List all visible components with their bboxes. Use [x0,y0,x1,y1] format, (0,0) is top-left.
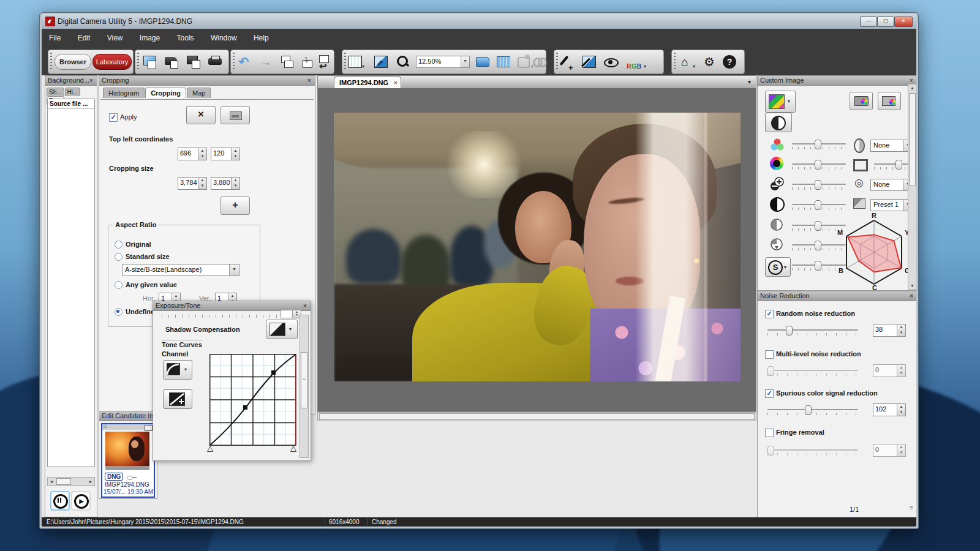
random-noise-slider[interactable] [767,326,858,337]
scrollbar-thumb[interactable]: ≡ [301,352,307,408]
crop-tool-button[interactable]: × [186,106,216,124]
noise-reduction-title[interactable]: Noise Reduction× [758,291,916,301]
close-icon[interactable]: × [908,77,915,84]
candidate-photo-thumbnail[interactable] [105,432,149,466]
spin-up-icon[interactable]: ▲ [201,149,205,152]
scrollbar-thumb[interactable] [56,478,71,485]
multi-level-noise-slider[interactable] [767,366,858,377]
link-tool-button[interactable] [531,53,549,70]
crop-preview-button[interactable] [221,106,250,124]
help-button[interactable]: ? [721,53,739,70]
spin-down-icon[interactable]: ▼ [295,313,298,317]
spinner-arrows[interactable]: ▲▼ [231,148,239,160]
print-button[interactable] [206,53,225,70]
scroll-up-icon[interactable]: ▲ [908,86,916,90]
zoom-out-button[interactable] [394,53,412,70]
aspect-undefined-radio[interactable] [115,308,123,316]
finish-dropdown[interactable]: None ▾ [870,140,913,152]
list-header[interactable]: Source file ... [48,99,94,109]
exposure-spinner-partial[interactable]: ▲▼ [281,310,301,318]
spinner-arrows[interactable]: ▲▼ [897,324,905,336]
undo-button[interactable]: ↶ [235,53,253,70]
channel-dropdown-button[interactable]: ▾ [163,360,192,380]
tone-curve-graph[interactable] [209,354,296,446]
pause-button[interactable] [50,491,70,511]
title-bar[interactable]: Digital Camera Utility 5 - IMGP1294.DNG … [42,14,916,29]
photo-image[interactable] [334,113,741,381]
menu-window[interactable]: Window [203,29,244,42]
zoom-level-combobox[interactable]: 12.50% ▾ [416,56,470,68]
aspect-standard-radio[interactable] [115,253,123,261]
spin-up-icon[interactable]: ▲ [900,445,903,449]
new-window-button[interactable] [140,53,159,70]
fit-to-window-button[interactable]: ⇗ [372,53,390,70]
tab-histogram-mini[interactable]: Hi... [65,88,81,96]
fringe-removal-checkbox[interactable] [765,429,774,437]
export-button[interactable]: ⌂▾ [676,53,694,70]
scroll-down-icon[interactable]: ▼ [908,283,916,288]
background-panel-title[interactable]: Background... × [45,76,97,86]
effect-dropdown[interactable]: None ▾ [870,179,913,191]
spurious-color-slider[interactable] [767,405,858,416]
spin-down-icon[interactable]: ▼ [900,451,903,454]
tone-pen-button[interactable] [580,53,598,70]
viewer-horizontal-scrollbar[interactable] [317,412,756,421]
play-button[interactable]: ▶ [71,491,91,511]
spin-up-icon[interactable]: ▲ [201,178,205,182]
spinner-arrows[interactable]: ▲▼ [897,404,905,416]
tab-shooting[interactable]: Sh... [47,88,64,96]
source-file-list[interactable]: Source file ... [47,99,95,467]
revert-settings-button[interactable]: ↩ [315,53,334,70]
whitebalance-eyedropper-button[interactable]: + [558,53,576,70]
center-crop-button[interactable]: + [221,197,250,215]
spurious-color-spinner[interactable]: 102 ▲▼ [873,403,906,416]
custom-image-mode-button[interactable]: ▾ [765,91,796,113]
open-folder-button[interactable] [162,53,181,70]
scroll-left-icon[interactable]: ◄ [48,479,55,484]
spin-down-icon[interactable]: ▼ [234,184,238,187]
spinner-arrows[interactable]: ▲▼ [231,178,239,189]
spin-up-icon[interactable]: ▲ [234,178,238,182]
spin-up-icon[interactable]: ▲ [234,149,238,152]
add-curve-point-button[interactable] [163,389,192,409]
standard-size-dropdown[interactable]: A-size/B-size(Landscape) ▾ [122,264,239,276]
fringe-removal-slider[interactable] [767,446,858,457]
tone-style-button[interactable] [765,113,792,132]
spin-up-icon[interactable]: ▲ [900,325,903,329]
dropdown-arrow[interactable]: ▾ [229,264,239,276]
shadow-compensation-dropdown[interactable]: ▾ [266,320,298,339]
zoom-dropdown-arrow[interactable]: ▾ [461,56,469,67]
multi-level-noise-spinner[interactable]: 0 ▲▼ [873,364,906,377]
menu-tools[interactable]: Tools [170,29,202,42]
tab-map[interactable]: Map [187,88,211,98]
thumbnail-list-button[interactable]: ▾ [346,53,367,70]
tab-cropping[interactable]: Cropping [145,88,186,98]
redo-button[interactable]: → [257,53,275,70]
spinner-arrows[interactable]: ▲▼ [198,178,206,189]
apply-image-setting-button[interactable] [878,92,901,110]
tab-list-dropdown-icon[interactable]: ▾ [748,78,751,85]
copy-settings-button[interactable] [279,53,297,70]
menu-edit[interactable]: Edit [70,29,98,42]
spin-down-icon[interactable]: ▼ [201,184,205,187]
spinner-arrows[interactable]: ▲▼ [897,365,905,377]
close-button[interactable]: × [894,17,913,27]
browser-mode-button[interactable]: Browser [55,54,91,70]
spinner-arrows[interactable]: ▲▼ [198,148,206,160]
close-icon[interactable]: × [88,77,95,84]
candidate-thumbnail-item[interactable]: ⌂ DNG IMGP1294.DNG 15/07/... 19:30 AM [101,423,155,498]
spin-up-icon[interactable]: ▲ [900,365,903,369]
spin-down-icon[interactable]: ▼ [900,410,903,414]
spin-down-icon[interactable]: ▼ [900,331,903,334]
paste-settings-button[interactable]: ⤵ [298,53,317,70]
folder-view-button[interactable] [473,53,492,70]
apply-checkbox[interactable]: ✓ [109,113,118,122]
scrollbar-thumb[interactable] [319,413,755,420]
exposure-panel-scrollbar[interactable]: ≡ [300,315,309,458]
coordinate-x-spinner[interactable]: 696 ▲▼ [178,148,207,160]
coordinate-y-spinner[interactable]: 120 ▲▼ [211,148,240,160]
hue-slider[interactable] [792,160,846,171]
saturation-slider[interactable] [792,140,846,151]
close-icon[interactable]: × [908,292,915,299]
cropping-panel-title[interactable]: Cropping× [99,76,315,86]
